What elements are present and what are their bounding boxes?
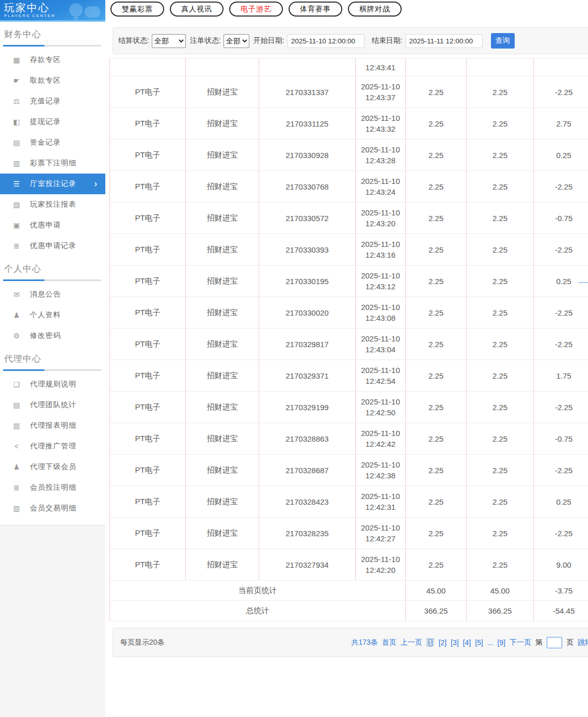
sidebar-item[interactable]: ≣优惠申请记录 [0, 236, 105, 256]
bet-records-table: 12:43:41 PT电子招财进宝21703313372025-11-1012:… [109, 58, 588, 621]
sidebar-column: 玩家中心 PLAYERS CENTER 财务中心▦存款专区☛取款专区⚖充值记录◧… [0, 0, 105, 717]
cell-time-line: 12:42:31 [356, 502, 405, 512]
tab-5[interactable]: 棋牌对战 [348, 2, 402, 17]
chevron-right-icon: › [94, 179, 97, 189]
end-date-input[interactable] [405, 34, 483, 48]
cell-winloss: -2.25 [534, 329, 588, 360]
cell-game: 招财进宝 [186, 549, 259, 581]
cell-datetime: 2025-11-1012:42:50 [356, 392, 406, 423]
sidebar-section: 个人中心✉消息公告♟个人资料⚙修改密码 [0, 256, 105, 346]
cell-datetime: 2025-11-1012:43:12 [356, 266, 406, 297]
sidebar-item[interactable]: ⚖充值记录 [0, 91, 105, 112]
sidebar-item-label: 存款专区 [30, 55, 61, 65]
sidebar-item[interactable]: ▦存款专区 [0, 50, 105, 70]
clipped-link-underline [579, 282, 588, 283]
cell-valid: 2.25 [467, 234, 534, 266]
sidebar-item-label: 消息公告 [30, 290, 61, 299]
total-summary-label: 总统计 [110, 601, 406, 621]
jump-page-input[interactable] [547, 637, 562, 648]
sidebar-item[interactable]: ☛取款专区 [0, 70, 105, 91]
sidebar-item[interactable]: ▤资金记录 [0, 132, 105, 153]
page-link-1[interactable]: [1] [426, 638, 435, 647]
page-summary-label: 当前页统计 [110, 581, 406, 601]
prev-page-link[interactable]: 上一页 [401, 638, 422, 647]
page-number-links: [1][2][3][4][5]...[9] [426, 638, 505, 647]
lottery-list-icon: ▥ [12, 159, 21, 167]
sidebar-item[interactable]: ♟代理下级会员 [0, 457, 105, 477]
cell-winloss: -2.25 [534, 518, 588, 549]
order-status-select[interactable]: 全部 [224, 34, 249, 48]
sidebar-item[interactable]: ▣优惠申请 [0, 215, 105, 236]
sidebar-item[interactable]: ❏代理规则说明 [0, 374, 105, 395]
search-button[interactable]: 查询 [491, 33, 515, 49]
page-summary-valid: 45.00 [467, 581, 534, 601]
section-divider [3, 45, 101, 46]
cell-order: 2170328235 [259, 518, 356, 549]
tab-4[interactable]: 体育赛事 [289, 2, 342, 17]
tab-2[interactable]: 真人视讯 [170, 2, 224, 17]
main-content: 雙赢彩票真人视讯电子游艺体育赛事棋牌对战 结算状态: 全部 注单状态: 全部 开… [108, 0, 588, 657]
start-date-label: 开始日期: [253, 36, 284, 45]
jump-button[interactable]: 跳转 [578, 638, 588, 647]
sidebar-item[interactable]: ≣会员投注明细 [0, 477, 105, 498]
next-page-link[interactable]: 下一页 [510, 638, 531, 647]
cell-order: 2170330928 [259, 139, 356, 171]
cell-time-line: 12:43:37 [356, 92, 405, 103]
start-date-input[interactable] [287, 34, 364, 48]
cell-date-line: 2025-11-10 [356, 396, 405, 407]
first-page-link[interactable]: 首页 [382, 638, 396, 647]
table-row: PT电子招财进宝21703300202025-11-1012:43:082.25… [110, 297, 588, 329]
cell-game: 招财进宝 [186, 234, 259, 266]
settle-status-select[interactable]: 全部 [152, 34, 186, 48]
page-summary-row: 当前页统计 45.00 45.00 -3.75 [110, 581, 588, 601]
cell-bet: 2.25 [406, 234, 467, 266]
wallet-icon: ◧ [12, 118, 21, 126]
tab-1[interactable]: 雙赢彩票 [110, 2, 164, 17]
cell-datetime: 2025-11-1012:43:37 [356, 76, 406, 108]
sidebar-item[interactable]: <代理推广管理 [0, 436, 105, 457]
sidebar-item[interactable]: ▥彩票下注明细 [0, 153, 105, 174]
deposit-card-icon: ▦ [12, 56, 21, 64]
sidebar-item-label: 厅室投注记录 [30, 179, 76, 189]
cell-valid: 2.25 [467, 108, 534, 139]
cell-valid: 2.25 [467, 549, 534, 581]
page-link-2[interactable]: [2] [438, 638, 447, 647]
cell-datetime: 2025-11-1012:43:28 [356, 139, 406, 171]
sidebar-item[interactable]: ▥会员交易明细 [0, 498, 105, 519]
sidebar-item[interactable]: ▥代理报表明细 [0, 415, 105, 436]
sidebar-item[interactable]: ✉消息公告 [0, 284, 105, 305]
cell-game: 招财进宝 [186, 360, 259, 392]
page-link-5[interactable]: [5] [475, 638, 483, 647]
cell-platform: PT电子 [110, 549, 186, 581]
sidebar-item[interactable]: ☰厅室投注记录› [0, 174, 105, 194]
cell-time-line: 12:43:32 [356, 123, 405, 134]
cell-date-line: 2025-11-10 [356, 207, 405, 218]
total-summary-winloss: -54.45 [534, 601, 588, 621]
page-link-9[interactable]: [9] [497, 638, 505, 647]
sidebar-item[interactable]: ▤代理团队统计 [0, 395, 105, 415]
filter-bar: 结算状态: 全部 注单状态: 全部 开始日期: 结束日期: 查询 [113, 27, 588, 54]
cell-platform: PT电子 [110, 234, 186, 266]
cell-bet: 2.25 [406, 139, 467, 171]
sidebar-item[interactable]: ▧玩家投注报表 [0, 194, 105, 215]
sidebar-item[interactable]: ◧提现记录 [0, 112, 105, 132]
page-link-4[interactable]: [4] [463, 638, 471, 647]
cell-valid: 2.25 [467, 360, 534, 392]
sidebar-item[interactable]: ⚙修改密码 [0, 325, 105, 346]
tab-3[interactable]: 电子游艺 [229, 2, 283, 17]
cell-order: 2170327934 [259, 549, 356, 581]
cell-bet: 2.25 [406, 455, 467, 486]
cell-datetime: 2025-11-1012:43:04 [356, 329, 406, 360]
cell-order: 2170330768 [259, 171, 356, 202]
sidebar-item[interactable]: ♟个人资料 [0, 305, 105, 325]
page-link-3[interactable]: [3] [451, 638, 459, 647]
sidebar-item-label: 代理报表明细 [30, 421, 76, 430]
pagination-bar: 每页显示20条 共173条 首页 上一页 [1][2][3][4][5]...[… [113, 628, 588, 657]
table-row: PT电子招财进宝21703284232025-11-1012:42:312.25… [110, 486, 588, 518]
cell-date-line: 2025-11-10 [356, 459, 405, 470]
share-icon: < [12, 442, 21, 450]
cell-date-line: 2025-11-10 [356, 522, 405, 533]
cell-datetime: 2025-11-1012:42:31 [356, 486, 406, 518]
bank-card-icon: ▤ [12, 138, 21, 147]
cell-valid: 2.25 [467, 171, 534, 202]
